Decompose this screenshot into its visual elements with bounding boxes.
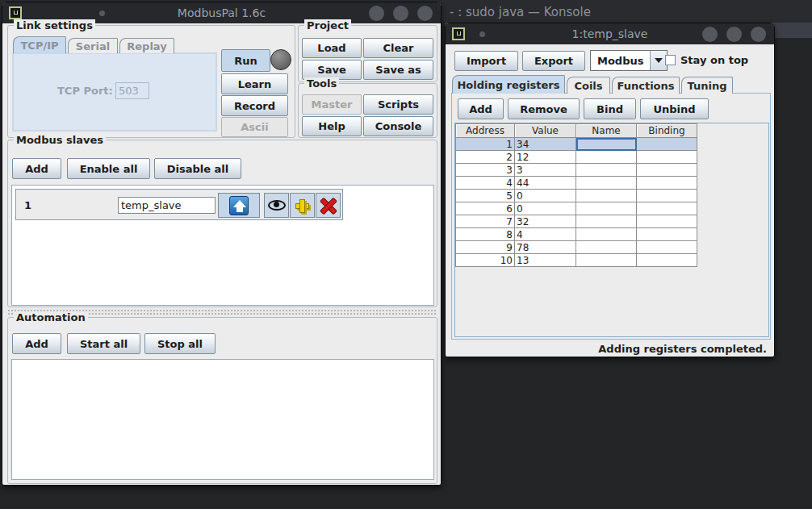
disable-all-button[interactable]: Disable all: [154, 158, 241, 179]
slave-titlebar[interactable]: 1:temp_slave: [446, 23, 774, 44]
maximize-button[interactable]: [393, 6, 408, 21]
cell-address[interactable]: 8: [456, 228, 515, 241]
registers-scrollpane[interactable]: Address Value Name Binding 1342123344450…: [454, 123, 769, 337]
save-as-button[interactable]: Save as: [363, 60, 433, 80]
cell-name[interactable]: [576, 202, 637, 215]
close-button[interactable]: [751, 27, 766, 42]
table-row[interactable]: 33: [456, 164, 697, 177]
close-button[interactable]: [417, 6, 433, 21]
slave-enable-toggle[interactable]: [218, 193, 260, 218]
cell-address[interactable]: 4: [456, 177, 515, 190]
cell-name[interactable]: [576, 254, 637, 267]
minimize-button[interactable]: [702, 27, 718, 42]
start-all-button[interactable]: Start all: [67, 333, 140, 354]
cell-address[interactable]: 2: [456, 151, 515, 164]
cell-binding[interactable]: [637, 164, 697, 177]
enable-all-button[interactable]: Enable all: [67, 158, 150, 179]
stay-on-top-checkbox[interactable]: [665, 55, 676, 65]
table-row[interactable]: 84: [456, 228, 697, 241]
table-row[interactable]: 978: [456, 241, 697, 254]
tab-replay[interactable]: Replay: [119, 38, 174, 53]
cell-value[interactable]: 32: [515, 215, 576, 228]
cell-value[interactable]: 4: [515, 228, 576, 241]
cell-binding[interactable]: [637, 241, 697, 254]
clear-button[interactable]: Clear: [363, 38, 433, 58]
cell-binding[interactable]: [637, 228, 697, 241]
tab-functions[interactable]: Functions: [612, 77, 680, 94]
register-unbind-button[interactable]: Unbind: [640, 98, 709, 119]
table-row[interactable]: 1013: [456, 254, 697, 267]
cell-address[interactable]: 7: [456, 215, 515, 228]
table-row[interactable]: 134: [456, 138, 697, 151]
maximize-button[interactable]: [726, 27, 742, 42]
cell-address[interactable]: 5: [456, 190, 515, 202]
learn-button[interactable]: Learn: [221, 73, 288, 94]
table-row[interactable]: 732: [456, 215, 697, 228]
tab-serial[interactable]: Serial: [68, 38, 118, 53]
master-button[interactable]: Master: [302, 94, 362, 115]
column-header-value[interactable]: Value: [515, 124, 576, 138]
slave-delete-button[interactable]: [316, 193, 341, 218]
cell-address[interactable]: 9: [456, 241, 515, 254]
load-button[interactable]: Load: [302, 38, 362, 58]
minimize-button[interactable]: [369, 6, 384, 21]
cell-name[interactable]: [576, 138, 637, 151]
tab-tuning[interactable]: Tuning: [681, 77, 733, 94]
cell-value[interactable]: 12: [515, 151, 576, 164]
column-header-name[interactable]: Name: [576, 124, 637, 138]
help-button[interactable]: Help: [302, 116, 362, 136]
cell-address[interactable]: 10: [456, 254, 515, 267]
column-header-binding[interactable]: Binding: [637, 124, 697, 138]
cell-name[interactable]: [576, 177, 637, 190]
cell-value[interactable]: 13: [515, 254, 576, 267]
cell-binding[interactable]: [637, 177, 697, 190]
table-row[interactable]: 50: [456, 190, 697, 202]
import-button[interactable]: Import: [454, 51, 518, 71]
table-row[interactable]: 444: [456, 177, 697, 190]
scripts-button[interactable]: Scripts: [363, 94, 433, 115]
cell-name[interactable]: [576, 190, 637, 202]
register-remove-button[interactable]: Remove: [508, 98, 580, 119]
tab-coils[interactable]: Coils: [567, 77, 610, 94]
cell-address[interactable]: 3: [456, 164, 515, 177]
run-button[interactable]: Run: [221, 49, 270, 72]
export-button[interactable]: Export: [522, 51, 585, 71]
cell-binding[interactable]: [637, 190, 697, 202]
record-button[interactable]: Record: [221, 95, 288, 116]
cell-value[interactable]: 44: [515, 177, 576, 190]
column-header-address[interactable]: Address: [456, 124, 515, 138]
automation-add-button[interactable]: Add: [12, 333, 61, 354]
cell-binding[interactable]: [637, 202, 697, 215]
cell-name[interactable]: [576, 164, 637, 177]
cell-binding[interactable]: [637, 138, 697, 151]
table-row[interactable]: 60: [456, 202, 697, 215]
cell-value[interactable]: 0: [515, 202, 576, 215]
stop-all-button[interactable]: Stop all: [144, 333, 216, 354]
cell-binding[interactable]: [637, 151, 697, 164]
cell-binding[interactable]: [637, 254, 697, 267]
tcp-port-field[interactable]: 503: [115, 82, 149, 99]
cell-address[interactable]: 6: [456, 202, 515, 215]
cell-name[interactable]: [576, 215, 637, 228]
table-row[interactable]: 212: [456, 151, 697, 164]
cell-binding[interactable]: [637, 215, 697, 228]
register-bind-button[interactable]: Bind: [584, 98, 636, 119]
tab-tcpip[interactable]: TCP/IP: [13, 36, 66, 53]
register-add-button[interactable]: Add: [458, 98, 504, 119]
ascii-button[interactable]: Ascii: [221, 117, 288, 137]
cell-value[interactable]: 3: [515, 164, 576, 177]
cell-value[interactable]: 78: [515, 241, 576, 254]
cell-value[interactable]: 0: [515, 190, 576, 202]
cell-name[interactable]: [576, 228, 637, 241]
cell-value[interactable]: 34: [515, 138, 576, 151]
console-button[interactable]: Console: [363, 116, 433, 136]
cell-name[interactable]: [576, 241, 637, 254]
mode-combobox[interactable]: Modbus: [590, 50, 668, 71]
slave-name-field[interactable]: temp_slave: [118, 197, 216, 214]
tab-holding-registers[interactable]: Holding registers: [452, 75, 565, 94]
slave-row[interactable]: 1 temp_slave: [15, 189, 343, 220]
cell-name[interactable]: [576, 151, 637, 164]
cell-address[interactable]: 1: [456, 138, 515, 151]
slave-view-button[interactable]: [264, 193, 289, 218]
slaves-add-button[interactable]: Add: [12, 158, 61, 179]
